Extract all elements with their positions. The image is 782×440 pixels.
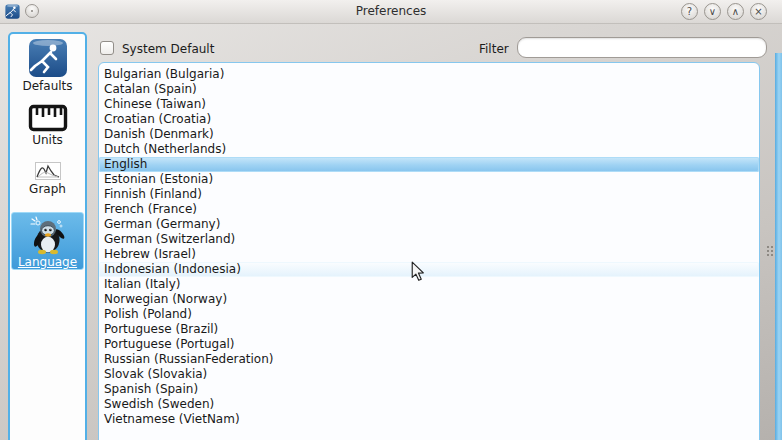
language-list-item[interactable]: French (France) [99, 202, 759, 217]
language-list-item[interactable]: German (Germany) [99, 217, 759, 232]
filter-label: Filter [479, 42, 509, 56]
language-list-item[interactable]: Spanish (Spain) [99, 382, 759, 397]
language-list-item[interactable]: Swedish (Sweden) [99, 397, 759, 412]
language-list-item[interactable]: Portuguese (Brazil) [99, 322, 759, 337]
language-list-item[interactable]: Vietnamese (VietNam) [99, 412, 759, 427]
system-default-label[interactable]: System Default [122, 42, 214, 56]
language-list-item[interactable]: English [99, 157, 759, 172]
titlebar[interactable]: Preferences ? ∨ ∧ × [0, 0, 782, 24]
mouse-cursor [411, 261, 425, 282]
graph-icon [35, 162, 61, 181]
sidebar-item-graph[interactable]: Graph [12, 162, 83, 196]
filter-input[interactable] [517, 37, 767, 58]
language-list-item[interactable]: Bulgarian (Bulgaria) [99, 67, 759, 82]
language-list-item[interactable]: Dutch (Netherlands) [99, 142, 759, 157]
language-list-item[interactable]: Norwegian (Norway) [99, 292, 759, 307]
shade-down-button[interactable]: ∨ [704, 3, 721, 20]
language-list-item[interactable]: Danish (Denmark) [99, 127, 759, 142]
system-default-checkbox[interactable] [100, 41, 114, 55]
sidebar: Defaults Units Graph [8, 32, 87, 440]
language-list-item[interactable]: Italian (Italy) [99, 277, 759, 292]
language-list-item[interactable]: Catalan (Spain) [99, 82, 759, 97]
titlebar-buttons: ? ∨ ∧ × [681, 3, 767, 20]
language-list-item[interactable]: Chinese (Taiwan) [99, 97, 759, 112]
language-list-item[interactable]: Slovak (Slovakia) [99, 367, 759, 382]
language-list-item[interactable]: Portuguese (Portugal) [99, 337, 759, 352]
sidebar-item-label: Units [12, 133, 83, 147]
sidebar-item-label: Defaults [12, 79, 83, 93]
sidebar-item-language[interactable]: Language [11, 212, 84, 270]
language-list-item[interactable]: Indonesian (Indonesia) [99, 262, 759, 277]
language-list-item[interactable]: Croatian (Croatia) [99, 112, 759, 127]
shade-up-button[interactable]: ∧ [727, 3, 744, 20]
ruler-icon [28, 104, 68, 132]
language-list-item[interactable]: German (Switzerland) [99, 232, 759, 247]
splitter-grip[interactable] [766, 245, 773, 257]
sidebar-item-label: Language [12, 255, 83, 269]
diver-icon [28, 38, 68, 78]
language-list-item[interactable]: Hebrew (Israel) [99, 247, 759, 262]
language-list-item[interactable]: Finnish (Finland) [99, 187, 759, 202]
scuba-penguin-icon [28, 215, 68, 255]
sidebar-item-label: Graph [12, 182, 83, 196]
preferences-window: Preferences ? ∨ ∧ × Defaults [0, 0, 782, 440]
language-list[interactable]: Bulgarian (Bulgaria)Catalan (Spain)Chine… [98, 62, 760, 440]
sidebar-item-defaults[interactable]: Defaults [12, 38, 83, 93]
language-list-item[interactable]: Estonian (Estonia) [99, 172, 759, 187]
close-button[interactable]: × [750, 3, 767, 20]
sidebar-item-units[interactable]: Units [12, 104, 83, 147]
language-list-item[interactable]: Polish (Poland) [99, 307, 759, 322]
language-list-item[interactable]: Russian (RussianFederation) [99, 352, 759, 367]
window-title: Preferences [0, 4, 782, 18]
background-window-edge [775, 53, 782, 440]
help-button[interactable]: ? [681, 3, 698, 20]
